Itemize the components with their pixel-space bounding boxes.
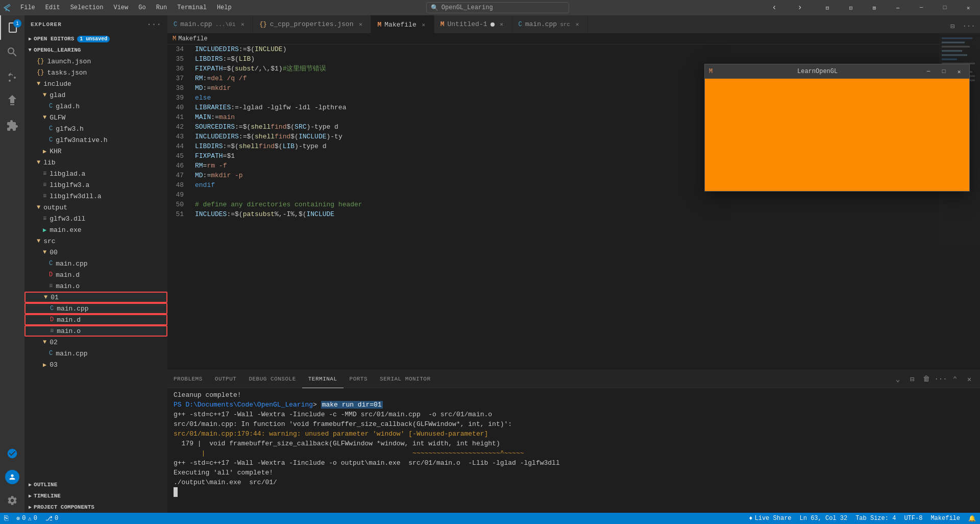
include-folder[interactable]: ▼ include xyxy=(24,78,167,89)
panel-close-icon[interactable]: ✕ xyxy=(963,372,976,386)
nav-forward[interactable]: › xyxy=(788,0,812,15)
status-source-control[interactable]: ⎇ 0 xyxy=(41,513,62,524)
lib-folder[interactable]: ▼ lib xyxy=(24,157,167,168)
sidebar-more-button[interactable]: ··· xyxy=(146,20,161,29)
explorer-activity-icon[interactable]: 1 xyxy=(0,15,24,40)
tab2-close[interactable]: ✕ xyxy=(356,20,364,29)
project-components-section[interactable]: ▶ PROJECT COMPONENTS xyxy=(24,502,167,513)
project-section[interactable]: ▶ OPENGL_LEARING xyxy=(24,44,167,56)
libglfw3dll-file[interactable]: ≡ libglfw3dll.a xyxy=(24,190,167,202)
tab-untitled[interactable]: M Untitled-1 ✕ xyxy=(434,15,512,33)
menu-run[interactable]: Run xyxy=(151,0,173,15)
src-01-main-cpp[interactable]: C main.cpp xyxy=(24,303,167,314)
panel-more-icon[interactable]: ··· xyxy=(934,372,947,386)
split-editor-button[interactable]: ⊟ xyxy=(945,19,960,33)
minimize-button[interactable]: ─ xyxy=(910,0,933,15)
libglad-file[interactable]: ≡ libglad.a xyxy=(24,168,167,179)
menu-selection[interactable]: Selection xyxy=(65,0,109,15)
close-button[interactable]: ✕ xyxy=(957,0,980,15)
glfw3-dll-file[interactable]: ≡ glfw3.dll xyxy=(24,213,167,224)
status-remote[interactable]: ⎘ xyxy=(0,513,12,524)
status-encoding[interactable]: UTF-8 xyxy=(900,513,926,524)
glad-h-file[interactable]: C glad.h xyxy=(24,101,167,112)
src-02-folder[interactable]: ▼ 02 xyxy=(24,337,167,348)
src-00-main-o[interactable]: ≡ main.o xyxy=(24,280,167,292)
khr-folder[interactable]: ▶ KHR xyxy=(24,146,167,157)
glad-folder[interactable]: ▼ glad xyxy=(24,89,167,101)
maximize-button[interactable]: □ xyxy=(933,0,957,15)
tab-serial-monitor[interactable]: SERIAL MONITOR xyxy=(374,370,436,388)
search-activity-icon[interactable] xyxy=(0,40,24,64)
extensions-activity-icon[interactable] xyxy=(0,113,24,138)
status-live-share[interactable]: ♦ Live Share xyxy=(745,513,795,524)
opengl-minimize-button[interactable]: ─ xyxy=(922,67,935,76)
search-box[interactable]: 🔍 OpenGL_Learing xyxy=(426,2,569,13)
tab-main-cpp-01[interactable]: C main.cpp ...\01 ✕ xyxy=(167,15,253,33)
launch-json-item[interactable]: {} launch.json xyxy=(24,56,167,67)
status-position[interactable]: Ln 63, Col 32 xyxy=(796,513,852,524)
glfw-folder[interactable]: ▼ GLFW xyxy=(24,112,167,123)
opengl-maximize-button[interactable]: □ xyxy=(938,67,950,76)
panel-filter-icon[interactable]: ⌄ xyxy=(891,372,904,386)
window-layouts-icon[interactable]: ⊟ xyxy=(816,0,839,15)
panel-maximize-icon[interactable]: ⌃ xyxy=(948,372,962,386)
window-dots-icon[interactable]: ⋯ xyxy=(886,0,910,15)
timeline-section[interactable]: ▶ TIMELINE xyxy=(24,490,167,502)
status-language[interactable]: Makefile xyxy=(926,513,964,524)
tab-output[interactable]: OUTPUT xyxy=(209,370,243,388)
src-00-folder[interactable]: ▼ 00 xyxy=(24,247,167,258)
window-grid-icon[interactable]: ⊞ xyxy=(863,0,886,15)
svg-rect-4 xyxy=(942,54,967,56)
menu-terminal[interactable]: Terminal xyxy=(172,0,212,15)
menu-help[interactable]: Help xyxy=(212,0,237,15)
tab-debug-console[interactable]: DEBUG CONSOLE xyxy=(242,370,302,388)
src-01-main-o[interactable]: ≡ main.o xyxy=(24,325,167,337)
menu-file[interactable]: File xyxy=(15,0,40,15)
tab-terminal[interactable]: TERMINAL xyxy=(302,370,344,388)
outline-section[interactable]: ▶ OUTLINE xyxy=(24,479,167,490)
status-tab-size[interactable]: Tab Size: 4 xyxy=(851,513,900,524)
glfw3native-h-file[interactable]: C glfw3native.h xyxy=(24,134,167,146)
tab3-close[interactable]: ✕ xyxy=(420,20,428,29)
libglfw3-file[interactable]: ≡ libglfw3.a xyxy=(24,179,167,190)
tasks-json-item[interactable]: {} tasks.json xyxy=(24,67,167,78)
src-00-main-d[interactable]: D main.d xyxy=(24,269,167,280)
window-sidebyside-icon[interactable]: ⊡ xyxy=(839,0,863,15)
opengl-window[interactable]: M LearnOpenGL ─ □ ✕ xyxy=(704,64,970,192)
menu-edit[interactable]: Edit xyxy=(40,0,65,15)
tab-c-cpp-properties[interactable]: {} c_cpp_properties.json ✕ xyxy=(253,15,371,33)
settings-activity-icon[interactable] xyxy=(0,488,24,513)
glfw3-h-file[interactable]: C glfw3.h xyxy=(24,123,167,134)
nav-back[interactable]: ‹ xyxy=(763,0,786,15)
src-01-folder[interactable]: ▼ 01 xyxy=(24,292,167,303)
menu-go[interactable]: Go xyxy=(133,0,151,15)
remote-activity-icon[interactable] xyxy=(0,441,24,466)
src-02-main-cpp[interactable]: C main.cpp xyxy=(24,348,167,359)
panel-split-icon[interactable]: ⊟ xyxy=(905,372,919,386)
tab-problems[interactable]: PROBLEMS xyxy=(167,370,209,388)
src-00-main-cpp[interactable]: C main.cpp xyxy=(24,258,167,269)
status-notifications[interactable]: 🔔 xyxy=(964,513,980,524)
src-03-folder[interactable]: ▶ 03 xyxy=(24,359,167,370)
menu-view[interactable]: View xyxy=(108,0,133,15)
status-errors[interactable]: ⊗ 0 ⚠ 0 xyxy=(12,513,41,524)
panel-trash-icon[interactable]: 🗑 xyxy=(920,372,933,386)
src-folder[interactable]: ▼ src xyxy=(24,235,167,247)
tab-main-cpp-src[interactable]: C main.cpp src ✕ xyxy=(512,15,588,33)
opengl-close-button[interactable]: ✕ xyxy=(953,67,965,76)
json-icon: {} xyxy=(37,58,44,65)
run-debug-activity-icon[interactable] xyxy=(0,89,24,113)
more-actions-button[interactable]: ··· xyxy=(962,19,976,33)
output-folder[interactable]: ▼ output xyxy=(24,202,167,213)
terminal-content[interactable]: Cleanup complete! PS D:\Documents\Code\O… xyxy=(167,388,980,513)
open-editors-section[interactable]: ▶ OPEN EDITORS 1 unsaved xyxy=(24,33,167,44)
src-01-main-d[interactable]: D main.d xyxy=(24,314,167,325)
source-control-activity-icon[interactable] xyxy=(0,64,24,89)
main-exe-file[interactable]: ▶ main.exe xyxy=(24,224,167,235)
tab4-close[interactable]: ✕ xyxy=(498,20,506,29)
tab-ports[interactable]: PORTS xyxy=(344,370,374,388)
account-avatar[interactable] xyxy=(5,470,19,484)
tab5-close[interactable]: ✕ xyxy=(573,20,581,29)
tab1-close[interactable]: ✕ xyxy=(238,20,247,29)
tab-makefile[interactable]: M Makefile ✕ xyxy=(371,15,434,33)
